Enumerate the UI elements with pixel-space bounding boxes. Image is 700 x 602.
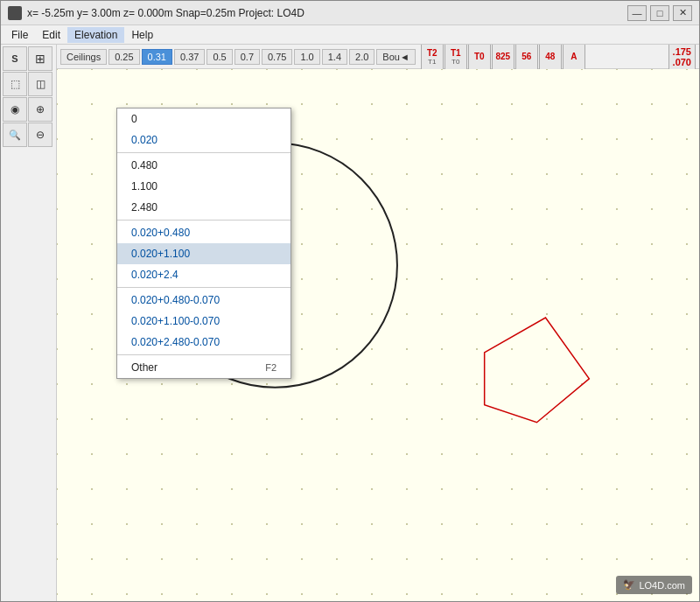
watermark-icon: 🦅 — [623, 579, 635, 591]
separator-3 — [117, 287, 290, 288]
tab-037[interactable]: 0.37 — [174, 49, 205, 65]
dropdown-item-0020plus24[interactable]: 0.020+2.4 — [117, 264, 290, 285]
toolbar-row-4: 🔍 ⊖ — [3, 122, 54, 147]
menu-file[interactable]: File — [4, 27, 35, 43]
zoom-tool[interactable]: 🔍 — [3, 122, 27, 147]
tab-025[interactable]: 0.25 — [108, 49, 139, 65]
separator-1 — [117, 152, 290, 153]
dropdown-item-combo3[interactable]: 0.020+2.480-0.070 — [117, 332, 290, 353]
toolbar-row-1: S ⊞ — [3, 46, 54, 71]
separator-2 — [117, 220, 290, 220]
right-value-1: .175 — [673, 46, 691, 57]
grid-tool[interactable]: ⊞ — [28, 46, 52, 71]
top-tabs-bar: Ceilings 0.25 0.31 0.37 0.5 0.7 0.75 1.0… — [57, 45, 699, 69]
dropdown-item-0020plus1100[interactable]: 0.020+1.100 — [117, 243, 290, 264]
watermark-text: LO4D.com — [639, 580, 685, 591]
watermark: 🦅 LO4D.com — [616, 576, 692, 594]
polygon-shape — [485, 318, 590, 423]
tab-20[interactable]: 2.0 — [349, 49, 374, 65]
toolbar-row-2: ⬚ ◫ — [3, 72, 54, 96]
maximize-button[interactable]: □ — [650, 5, 669, 21]
minimize-button[interactable]: — — [627, 5, 647, 21]
dropdown-item-0480[interactable]: 0.480 — [117, 155, 290, 176]
circle-tool[interactable]: ◉ — [3, 97, 27, 122]
tab-bou[interactable]: Bou◄ — [376, 49, 415, 65]
menu-help[interactable]: Help — [124, 27, 160, 43]
dropdown-item-020[interactable]: 0.020 — [117, 130, 290, 150]
select-tool[interactable]: S — [3, 46, 27, 71]
separator-4 — [117, 354, 290, 355]
dropdown-item-combo2[interactable]: 0.020+1.100-0.070 — [117, 311, 290, 332]
zoom-in-tool[interactable]: ⊕ — [28, 97, 52, 122]
tab-05[interactable]: 0.5 — [206, 49, 232, 65]
split-tool[interactable]: ◫ — [28, 72, 52, 96]
app-icon — [8, 6, 22, 20]
main-window: x= -5.25m y= 3.00m z= 0.000m Snap=0.25m … — [0, 0, 700, 602]
tab-07[interactable]: 0.7 — [234, 49, 260, 65]
tab-10[interactable]: 1.0 — [294, 49, 319, 65]
toolbar-row-3: ◉ ⊕ — [3, 97, 54, 122]
tab-14[interactable]: 1.4 — [322, 49, 347, 65]
tab-075[interactable]: 0.75 — [262, 49, 292, 65]
title-text: x= -5.25m y= 3.00m z= 0.000m Snap=0.25m … — [27, 7, 304, 19]
dropdown-item-other[interactable]: Other F2 — [117, 357, 290, 378]
dropdown-item-0[interactable]: 0 — [117, 108, 290, 130]
window-controls: — □ ✕ — [627, 5, 692, 21]
rect-tool[interactable]: ⬚ — [3, 72, 27, 96]
right-side: Ceilings 0.25 0.31 0.37 0.5 0.7 0.75 1.0… — [57, 45, 699, 601]
canvas-area[interactable]: 0 0.020 0.480 1.100 2.480 — [57, 69, 699, 601]
content-area: S ⊞ ⬚ ◫ ◉ ⊕ 🔍 ⊖ Ceilings 0.25 0.31 — [1, 45, 699, 601]
right-values: .175 .070 — [668, 45, 696, 70]
right-value-2: .070 — [673, 57, 691, 67]
dropdown-item-1100[interactable]: 1.100 — [117, 176, 290, 197]
left-toolbar: S ⊞ ⬚ ◫ ◉ ⊕ 🔍 ⊖ — [1, 45, 57, 601]
title-bar: x= -5.25m y= 3.00m z= 0.000m Snap=0.25m … — [1, 1, 699, 25]
zoom-out-tool[interactable]: ⊖ — [28, 122, 52, 147]
menu-edit[interactable]: Edit — [35, 27, 67, 43]
menu-bar: File Edit Elevation Help — [1, 25, 699, 45]
dropdown-item-2480[interactable]: 2.480 — [117, 197, 290, 218]
dropdown-item-combo1[interactable]: 0.020+0.480-0.070 — [117, 290, 290, 311]
close-button[interactable]: ✕ — [673, 5, 692, 21]
dropdown-item-0020plus0480[interactable]: 0.020+0.480 — [117, 222, 290, 243]
dropdown-menu: 0 0.020 0.480 1.100 2.480 — [116, 108, 291, 379]
tab-ceilings[interactable]: Ceilings — [60, 49, 107, 65]
tab-031[interactable]: 0.31 — [142, 49, 172, 65]
menu-elevation[interactable]: Elevation — [67, 27, 124, 43]
